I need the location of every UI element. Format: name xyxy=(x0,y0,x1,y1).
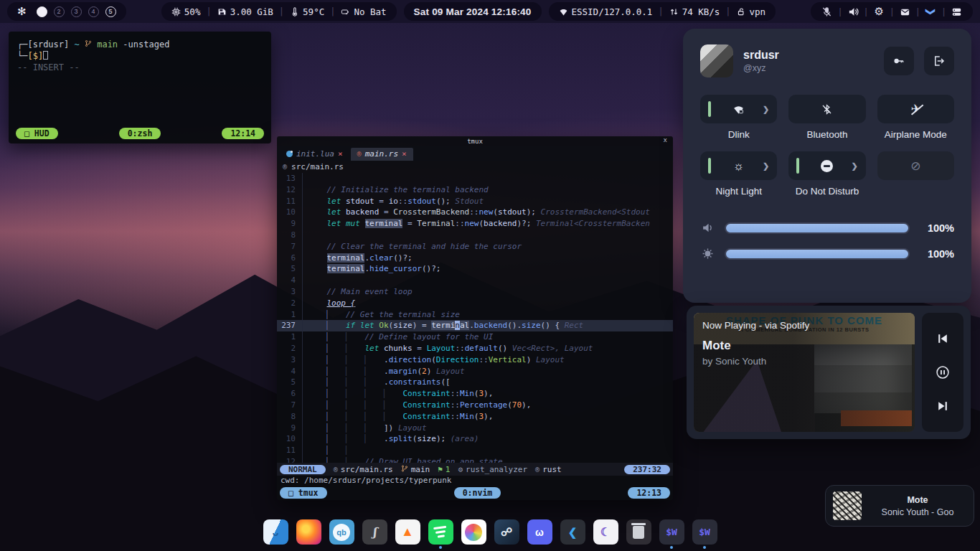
dock: ᴗqbʃ▲☍ω❮☾$W$W xyxy=(0,519,980,549)
notification-album-thumb xyxy=(833,491,862,520)
workspace-indicator-3[interactable]: 3 xyxy=(71,6,82,17)
active-indicator-bar xyxy=(796,158,799,174)
tab-close-icon[interactable]: × xyxy=(338,149,343,159)
toggle-label: Do Not Disturb xyxy=(796,186,859,198)
window-close-button[interactable]: x xyxy=(664,136,667,143)
workspace-indicator-2[interactable]: 2 xyxy=(54,6,65,17)
statusline-filetype: ®rust xyxy=(535,465,562,474)
next-track-button[interactable] xyxy=(936,399,950,413)
toggle-label: Night Light xyxy=(715,186,762,198)
sw-terminal-1-icon[interactable]: $W xyxy=(659,519,684,545)
statusline-file: ®src/main.rs xyxy=(334,465,393,474)
night-light-toggle-button[interactable]: ☼❯ xyxy=(700,151,777,180)
code-line: 1 ▏ ▏ // Define layout for the UI xyxy=(277,331,673,343)
spotify-icon[interactable] xyxy=(428,519,453,545)
chevron-down-icon[interactable]: ❯ xyxy=(925,6,937,18)
buffer-tab-init.lua[interactable]: init.lua× xyxy=(280,148,349,161)
pause-button[interactable] xyxy=(936,365,950,380)
logout-button[interactable] xyxy=(924,47,954,75)
rust-icon: ® xyxy=(357,150,362,158)
toggle-label: Airplane Mode xyxy=(885,129,947,141)
brightness-slider[interactable] xyxy=(725,248,910,260)
chevron-right-icon[interactable]: ❯ xyxy=(763,161,769,171)
blank-toggle-button[interactable]: ⊘ xyxy=(877,151,954,180)
sun-icon: ☼ xyxy=(733,160,745,172)
workspace-indicator-1[interactable] xyxy=(37,6,47,17)
dock-item-qbittorrent: qb xyxy=(329,519,354,549)
quick-toggle-airplane-mode: ✈Airplane Mode xyxy=(877,95,954,141)
tmux-window-pill[interactable]: 0:nvim xyxy=(454,487,501,499)
workspace-indicator-5[interactable]: 5 xyxy=(105,6,116,17)
running-indicator xyxy=(670,546,673,549)
tmux-window-pill[interactable]: 0:zsh xyxy=(119,128,161,139)
quick-toggle-do-not-disturb: ❯Do Not Disturb xyxy=(788,151,865,198)
running-indicator xyxy=(538,546,541,549)
code-line: 1 ▏ // Get the terminal size xyxy=(277,309,673,321)
window-title: tmux xyxy=(467,138,483,145)
do-not-disturb-toggle-button[interactable]: ❯ xyxy=(788,151,865,180)
volume-icon[interactable] xyxy=(847,6,859,18)
vlc-icon[interactable]: ▲ xyxy=(395,519,420,545)
hud-terminal-window[interactable]: ┌─[srdusr] ~ main -unstaged └─[$] -- INS… xyxy=(9,32,271,143)
airplane-mode-toggle-button[interactable]: ✈ xyxy=(877,95,954,123)
chevron-right-icon[interactable]: ❯ xyxy=(763,105,769,114)
battery-stat: No Bat xyxy=(341,6,386,17)
swirl-app-icon[interactable]: ʃ xyxy=(362,519,387,545)
nvim-cmdline: cwd: /home/srdusr/projects/typerpunk xyxy=(277,476,673,486)
purple-music-app-icon[interactable]: ☾ xyxy=(593,519,618,545)
minus-circle-icon xyxy=(821,160,833,172)
next-track-icon xyxy=(936,399,950,413)
firefox-icon[interactable] xyxy=(296,519,321,545)
avatar xyxy=(700,44,733,77)
steam-icon[interactable]: ☍ xyxy=(494,519,519,545)
terminal-cursor xyxy=(43,51,48,60)
qbittorrent-icon[interactable]: qb xyxy=(329,519,354,545)
tray-envelope-icon[interactable] xyxy=(899,6,911,18)
trash-icon[interactable] xyxy=(626,519,651,545)
cpu-stat: 50% xyxy=(171,6,201,17)
code-line: 11 ▏ ▏ xyxy=(277,445,673,456)
vim-mode-indicator: NORMAL xyxy=(280,465,326,474)
sw-terminal-2-icon[interactable]: $W xyxy=(692,519,717,545)
mic-muted-icon[interactable] xyxy=(821,6,833,18)
wifi-lock-icon xyxy=(732,103,745,116)
code-line: 9 ▏ ▏ ▏ ]) Layout xyxy=(277,423,673,434)
discord-icon[interactable]: ω xyxy=(527,519,552,545)
code-editor-area[interactable]: 1312 // Initialize the terminal backend1… xyxy=(277,173,673,463)
workspace-indicator-4[interactable]: 4 xyxy=(88,6,99,17)
chevron-right-icon[interactable]: ❯ xyxy=(851,161,857,171)
photos-icon[interactable] xyxy=(461,519,486,545)
code-line: 3 // Main event loop xyxy=(277,286,673,298)
volume-slider[interactable] xyxy=(725,222,910,234)
dlink-toggle-button[interactable]: ❯ xyxy=(700,95,777,123)
winbar: ® src/main.rs xyxy=(277,161,673,173)
lock-keys-button[interactable] xyxy=(884,47,914,75)
tab-close-icon[interactable]: × xyxy=(402,149,407,159)
git-branch-icon xyxy=(85,39,92,50)
tmux-session-pill[interactable]: □ HUD xyxy=(16,128,58,139)
running-indicator xyxy=(274,546,277,549)
unlocked-padlock-icon xyxy=(737,7,746,17)
notification-body: Sonic Youth - Goo xyxy=(869,507,966,517)
distro-logo-icon[interactable]: ✻ xyxy=(17,5,27,18)
settings-gear-icon[interactable]: ⚙ xyxy=(873,6,885,18)
terminal-mode-indicator: -- INSERT -- xyxy=(17,62,263,73)
code-line: 8 ▏ ▏ ▏ ▏ Constraint::Min(3), xyxy=(277,411,673,423)
code-line: 4 xyxy=(277,275,673,286)
clock-group[interactable]: Sat 09 Mar 2024 12:16:40 xyxy=(404,2,542,21)
vscode-icon[interactable]: ❮ xyxy=(560,519,585,545)
vpn-stat[interactable]: vpn xyxy=(737,6,766,17)
file-manager-icon[interactable]: ᴗ xyxy=(263,519,288,545)
bluetooth-toggle-button[interactable] xyxy=(788,95,865,123)
tmux-session-pill[interactable]: □ tmux xyxy=(280,487,327,499)
git-branch-icon xyxy=(401,465,408,474)
wifi-stat[interactable]: ESSID/127.0.0.1 xyxy=(559,6,653,17)
code-line: 237 ▏ if let Ok(size) = terminal.backend… xyxy=(277,320,673,331)
displays-icon[interactable] xyxy=(951,6,963,18)
previous-track-button[interactable] xyxy=(936,331,950,346)
album-art[interactable]: SHAPE OF PUNK TO COME A CHIMERICAL BOMBI… xyxy=(694,313,915,432)
buffer-tab-main.rs[interactable]: ®main.rs× xyxy=(351,148,413,161)
editor-window[interactable]: tmux x init.lua×®main.rs× ® src/main.rs … xyxy=(277,136,673,500)
code-line: 3 ▏ ▏ ▏ .direction(Direction::Vertical) … xyxy=(277,354,673,366)
network-group: ESSID/127.0.0.1 | 74 KB/s | vpn xyxy=(549,2,776,21)
